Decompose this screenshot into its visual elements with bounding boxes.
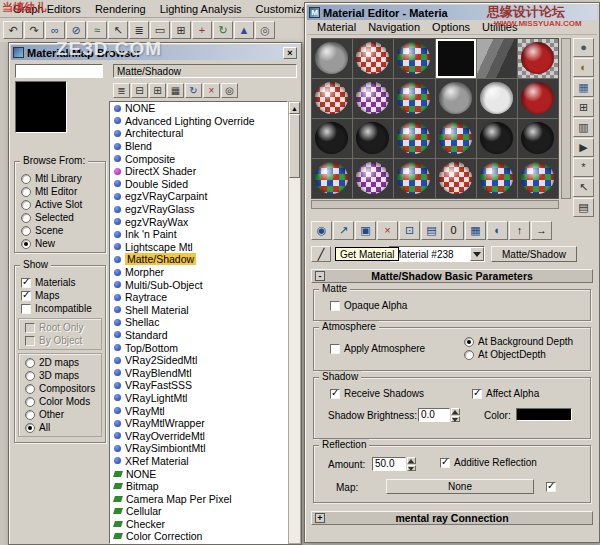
list-item[interactable]: Double Sided — [110, 178, 287, 191]
editor-titlebar[interactable]: M Material Editor - Materia — [307, 5, 597, 20]
sample-slot[interactable] — [312, 159, 352, 198]
menu-item-utilities[interactable]: Utilities — [476, 20, 523, 34]
material-type-button[interactable]: Matte/Shadow — [491, 246, 577, 262]
sample-slot[interactable] — [394, 39, 434, 78]
menu-item-graph-editors[interactable]: Graph Editors — [6, 1, 88, 17]
put-material-to-scene-icon[interactable]: ↗ — [333, 221, 354, 240]
reflection-amount-value[interactable]: 50.0 — [372, 457, 406, 471]
browser-titlebar[interactable]: Material/Map Browser × — [11, 45, 299, 60]
rectangular-selection-region-icon[interactable]: ▭ — [150, 21, 170, 39]
menu-item-options[interactable]: Options — [426, 20, 476, 34]
checkbox-opaque-alpha[interactable]: Opaque Alpha — [324, 299, 407, 312]
list-item[interactable]: VRay2SidedMtl — [110, 354, 287, 367]
list-item[interactable]: Checker — [110, 518, 287, 531]
spinner-arrows-icon[interactable] — [451, 408, 460, 422]
radio-2d-maps[interactable]: 2D maps — [19, 356, 101, 369]
list-item[interactable]: VRayOverrideMtl — [110, 429, 287, 442]
list-item[interactable]: VRayFastSSS — [110, 379, 287, 392]
radio-selected[interactable]: Selected — [15, 211, 105, 224]
list-scrollbar[interactable]: ▲ — [288, 101, 301, 544]
checkbox-map-enable[interactable] — [540, 480, 556, 493]
list-item[interactable]: egzVRayGlass — [110, 203, 287, 216]
slots-vertical-scrollbar[interactable] — [561, 38, 571, 199]
list-item[interactable]: VRayBlendMtl — [110, 366, 287, 379]
select-and-rotate-icon[interactable]: ↻ — [213, 21, 233, 39]
spinner-arrows-icon[interactable] — [407, 457, 416, 471]
menu-item-rendering[interactable]: Rendering — [88, 1, 153, 17]
list-item[interactable]: Top/Bottom — [110, 341, 287, 354]
list-item[interactable]: Architectural — [110, 127, 287, 140]
checkbox-maps[interactable]: Maps — [15, 289, 105, 302]
radio-mtl-library[interactable]: Mtl Library — [15, 172, 105, 185]
list-item[interactable]: Cellular — [110, 505, 287, 518]
assign-material-to-selection-icon[interactable]: ▣ — [355, 221, 376, 240]
list-item[interactable]: egzVRayCarpaint — [110, 190, 287, 203]
list-item[interactable]: VRayMtl — [110, 404, 287, 417]
list-item[interactable]: Camera Map Per Pixel — [110, 492, 287, 505]
list-item[interactable]: DirectX Shader — [110, 165, 287, 178]
sample-slot[interactable] — [353, 159, 393, 198]
radio-all[interactable]: All — [19, 421, 101, 434]
sample-uv-tiling-icon[interactable]: ⊞ — [573, 98, 594, 117]
show-map-in-viewport-icon[interactable]: ▦ — [465, 221, 486, 240]
radio-scene[interactable]: Scene — [15, 224, 105, 237]
unlink-selection-icon[interactable]: ⊘ — [66, 21, 86, 39]
list-item[interactable]: VRayLightMtl — [110, 392, 287, 405]
go-forward-to-sibling-icon[interactable]: → — [531, 221, 552, 240]
list-item[interactable]: Morpher — [110, 266, 287, 279]
video-color-check-icon[interactable]: ▥ — [573, 118, 594, 137]
shadow-brightness-spinner[interactable]: 0.0 — [418, 408, 460, 422]
shadow-color-swatch[interactable] — [516, 408, 572, 421]
sample-type-icon[interactable]: ● — [573, 38, 594, 57]
mental-ray-rollout[interactable]: + mental ray Connection — [311, 511, 593, 525]
select-and-link-icon[interactable]: ∞ — [45, 21, 65, 39]
select-and-move-icon[interactable]: + — [192, 21, 212, 39]
delete-from-library-icon[interactable]: × — [203, 83, 220, 98]
snaps-toggle-icon[interactable]: ◎ — [255, 21, 275, 39]
window-crossing-icon[interactable]: ⊞ — [171, 21, 191, 39]
close-icon[interactable]: × — [283, 47, 297, 59]
select-object-icon[interactable]: ↖ — [108, 21, 128, 39]
menu-item-lighting-analysis[interactable]: Lighting Analysis — [153, 1, 249, 17]
checkbox-receive-shadows[interactable]: Receive Shadows — [324, 387, 424, 400]
options-icon[interactable]: * — [573, 158, 594, 177]
radio-compositors[interactable]: Compositors — [19, 382, 101, 395]
redo-icon[interactable]: ↷ — [24, 21, 44, 39]
sample-slot[interactable] — [518, 79, 558, 118]
shadow-brightness-value[interactable]: 0.0 — [418, 408, 450, 422]
combo-dropdown-arrow-icon[interactable] — [470, 247, 484, 261]
list-item[interactable]: Ink 'n Paint — [110, 228, 287, 241]
sample-slot[interactable] — [436, 39, 476, 78]
list-item[interactable]: Advanced Lighting Override — [110, 115, 287, 128]
put-to-library-icon[interactable]: ▤ — [421, 221, 442, 240]
sample-slot[interactable] — [353, 119, 393, 158]
list-item[interactable]: Color Correction — [110, 530, 287, 543]
radio-3d-maps[interactable]: 3D maps — [19, 369, 101, 382]
checkbox-materials[interactable]: Materials — [15, 276, 105, 289]
sample-slot[interactable] — [394, 119, 434, 158]
scroll-thumb[interactable] — [289, 114, 300, 178]
sample-slot[interactable] — [518, 119, 558, 158]
material-id-channel-icon[interactable]: 0 — [443, 221, 464, 240]
radio-other[interactable]: Other — [19, 408, 101, 421]
checkbox-by-object[interactable]: By Object — [19, 334, 101, 347]
list-item[interactable]: Matte/Shadow — [110, 253, 287, 266]
checkbox-apply-atmosphere[interactable]: Apply Atmosphere — [324, 342, 425, 355]
reflection-amount-spinner[interactable]: 50.0 — [372, 457, 416, 471]
pick-material-from-object-icon[interactable]: ╱ — [311, 246, 331, 262]
collapse-icon[interactable]: - — [315, 271, 325, 281]
get-material-icon[interactable]: ◉ — [311, 221, 332, 240]
list-item[interactable]: Shell Material — [110, 304, 287, 317]
list-item[interactable]: VRaySimbiontMtl — [110, 442, 287, 455]
sample-slot[interactable] — [436, 159, 476, 198]
list-item[interactable]: Composite — [110, 152, 287, 165]
material-name-combo[interactable]: Material #238 — [389, 246, 485, 262]
go-to-parent-icon[interactable]: ↑ — [509, 221, 530, 240]
material-map-navigator-icon[interactable]: ▤ — [573, 198, 594, 217]
sample-slot[interactable] — [477, 119, 517, 158]
update-scene-materials-icon[interactable]: ↻ — [185, 83, 202, 98]
list-item[interactable]: Standard — [110, 329, 287, 342]
sample-slot[interactable] — [312, 119, 352, 158]
view-list-icon[interactable]: ≣ — [113, 83, 130, 98]
bind-to-space-warp-icon[interactable]: ≈ — [87, 21, 107, 39]
